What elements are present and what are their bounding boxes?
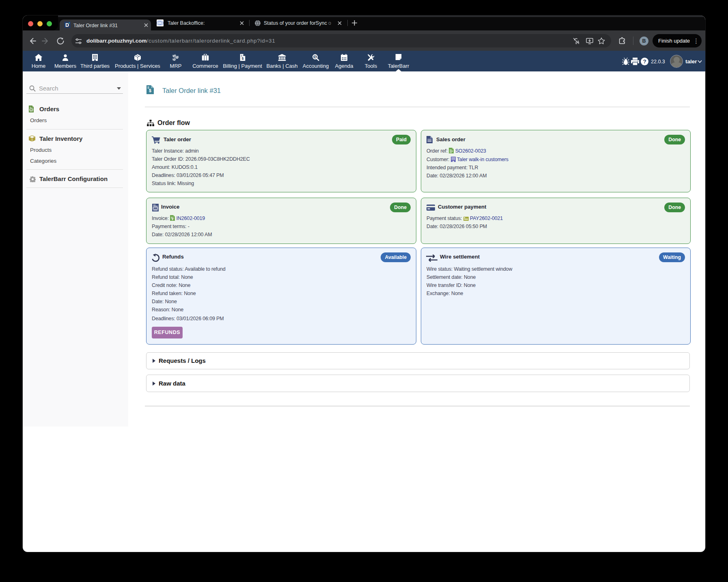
svg-text:$: $ [172,218,173,221]
svg-text:$: $ [241,56,243,60]
svg-text:D: D [65,22,69,28]
svg-text:$: $ [149,88,151,93]
svg-text:?: ? [643,58,646,65]
